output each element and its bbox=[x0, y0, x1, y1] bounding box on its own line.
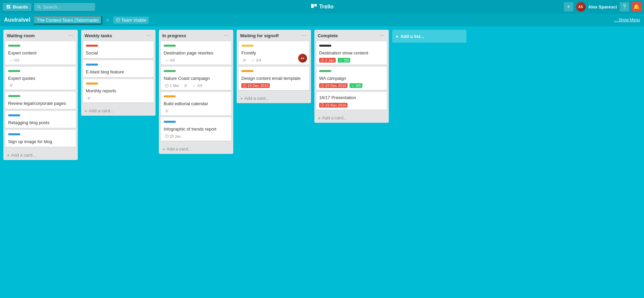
list-header-waiting-signoff: Waiting for signoff ··· bbox=[237, 30, 311, 40]
star-button[interactable]: ☆ bbox=[105, 17, 110, 23]
list-header-weekly-tasks: Weekly tasks ··· bbox=[81, 30, 156, 40]
add-card-label: Add a card... bbox=[89, 108, 114, 113]
avatar[interactable]: AS bbox=[576, 2, 586, 12]
trello-brand: Trello bbox=[319, 4, 334, 10]
card-title: E-blast blog feature bbox=[86, 69, 151, 75]
description-badge bbox=[241, 58, 248, 63]
checklist-complete-badge: 3/3 bbox=[338, 58, 350, 63]
list-header-in-progress: In progress ··· bbox=[159, 30, 233, 40]
boards-button[interactable]: Boards bbox=[3, 3, 31, 11]
card-infographic-trends[interactable]: Infographic of trends report 25 Jan bbox=[161, 117, 231, 141]
card-sign-up-image[interactable]: Sign up image for blog bbox=[5, 130, 76, 147]
list-title: Complete bbox=[318, 33, 338, 38]
board-name[interactable]: Australvel bbox=[4, 17, 30, 23]
add-card-label: Add a card... bbox=[167, 146, 192, 152]
search-bar[interactable] bbox=[34, 3, 95, 11]
card-title: Expert content bbox=[8, 50, 73, 56]
list-menu-button[interactable]: ··· bbox=[378, 32, 385, 39]
svg-rect-2 bbox=[9, 6, 10, 8]
card-retagging-blog[interactable]: Retagging blog posts bbox=[5, 111, 76, 128]
description-badge bbox=[183, 84, 189, 88]
card-destination-rewrites[interactable]: Destination page rewrites 0/6 bbox=[161, 41, 231, 65]
card-member-avatar: AS bbox=[298, 54, 307, 63]
visibility-label: Team Visible bbox=[121, 18, 146, 23]
card-title: Destination show content bbox=[319, 50, 384, 56]
card-title: Build editorial calendar bbox=[164, 101, 229, 107]
card-meta: 0/2 bbox=[8, 58, 73, 63]
description-badge bbox=[86, 96, 92, 100]
add-card-button-waiting-room[interactable]: + Add a card... bbox=[3, 150, 78, 160]
add-card-button-weekly-tasks[interactable]: + Add a card... bbox=[81, 106, 156, 116]
card-meta: 23 Nov 2016 bbox=[319, 103, 384, 108]
add-icon: + bbox=[7, 152, 10, 158]
svg-rect-5 bbox=[314, 4, 317, 7]
list-menu-button[interactable]: ··· bbox=[301, 32, 308, 39]
card-meta bbox=[164, 109, 229, 113]
card-label bbox=[86, 64, 98, 66]
add-card-label: Add a card... bbox=[244, 96, 269, 101]
checklist-badge: 2/4 bbox=[191, 83, 204, 88]
card-title: Destination page rewrites bbox=[164, 50, 229, 56]
date-badge: 19 Dec 2016 bbox=[241, 83, 270, 88]
card-presentation[interactable]: 16/17 Presentation 23 Nov 2016 bbox=[316, 92, 387, 109]
description-badge bbox=[164, 109, 170, 113]
card-label bbox=[241, 45, 254, 47]
add-icon: + bbox=[318, 115, 321, 121]
add-button[interactable]: + bbox=[564, 2, 573, 12]
card-build-editorial[interactable]: Build editorial calendar bbox=[161, 92, 231, 115]
top-bar: Boards Trello + AS Alex Sparesci ? 🔔 bbox=[0, 0, 644, 14]
card-review-legal[interactable]: Review legal/corporate pages bbox=[5, 92, 76, 109]
checklist-badge: 0/6 bbox=[164, 58, 176, 63]
card-expert-content[interactable]: Expert content 0/2 bbox=[5, 41, 76, 65]
add-list-button[interactable]: + Add a list... bbox=[392, 30, 467, 43]
card-label bbox=[8, 45, 20, 47]
trello-logo: Trello bbox=[310, 3, 334, 10]
card-title: Sign up image for blog bbox=[8, 139, 73, 145]
notification-button[interactable]: 🔔 bbox=[632, 2, 641, 12]
visibility-button[interactable]: Team Visible bbox=[113, 17, 149, 24]
card-meta: 2 Jan 3/3 bbox=[319, 58, 384, 63]
card-destination-show[interactable]: Destination show content 2 Jan 3/3 bbox=[316, 41, 387, 65]
card-title: Monthly reports bbox=[86, 88, 151, 94]
list-menu-button[interactable]: ··· bbox=[223, 32, 230, 39]
card-meta bbox=[8, 83, 73, 88]
add-card-button-waiting-signoff[interactable]: + Add a card... bbox=[237, 93, 311, 103]
card-label bbox=[8, 114, 20, 116]
card-monthly-reports[interactable]: Monthly reports bbox=[83, 79, 153, 102]
card-design-content-email[interactable]: Design content email template 19 Dec 201… bbox=[239, 67, 309, 90]
list-title: Waiting room bbox=[7, 33, 35, 38]
add-card-button-in-progress[interactable]: + Add a card... bbox=[159, 144, 233, 154]
help-button[interactable]: ? bbox=[620, 2, 629, 12]
add-card-button-complete[interactable]: + Add a card... bbox=[314, 113, 389, 123]
svg-rect-4 bbox=[311, 4, 314, 8]
card-expert-quotes[interactable]: Expert quotes bbox=[5, 67, 76, 90]
search-input[interactable] bbox=[43, 4, 91, 9]
list-title: Weekly tasks bbox=[85, 33, 112, 38]
checklist-complete-badge: 5/5 bbox=[350, 83, 362, 88]
description-badge bbox=[8, 83, 15, 88]
card-frontify[interactable]: Frontify 2/4 AS bbox=[239, 41, 309, 65]
card-title: Review legal/corporate pages bbox=[8, 100, 73, 107]
boards-label: Boards bbox=[13, 4, 28, 9]
list-menu-button[interactable]: ··· bbox=[67, 32, 74, 39]
list-cards-waiting-signoff: Frontify 2/4 AS Design content email tem… bbox=[237, 40, 311, 93]
date-badge: 23 Nov 2016 bbox=[319, 103, 348, 108]
card-label bbox=[8, 95, 20, 97]
card-title: Nature Coast campaign bbox=[164, 75, 229, 82]
card-meta: 1 Mar 2/4 bbox=[164, 83, 229, 88]
card-wa-campaign[interactable]: WA campaign 23 Dec 2016 5/5 bbox=[316, 67, 387, 90]
list-waiting-room: Waiting room ···Expert content 0/2Expert… bbox=[3, 30, 78, 160]
show-menu-link[interactable]: ... Show Menu bbox=[614, 18, 640, 22]
svg-rect-1 bbox=[9, 5, 10, 6]
team-name[interactable]: The Content Team (Tailormade) bbox=[33, 16, 102, 24]
card-nature-coast[interactable]: Nature Coast campaign 1 Mar 2/4 bbox=[161, 67, 231, 90]
card-meta bbox=[86, 96, 151, 100]
checklist-badge: 0/2 bbox=[8, 58, 21, 63]
list-header-complete: Complete ··· bbox=[314, 30, 389, 40]
card-eblast-blog[interactable]: E-blast blog feature bbox=[83, 60, 153, 77]
card-label bbox=[319, 45, 331, 47]
add-card-label: Add a card... bbox=[11, 153, 36, 158]
list-menu-button[interactable]: ··· bbox=[145, 32, 152, 39]
add-card-label: Add a card... bbox=[322, 115, 347, 120]
card-social[interactable]: Social bbox=[83, 41, 153, 58]
